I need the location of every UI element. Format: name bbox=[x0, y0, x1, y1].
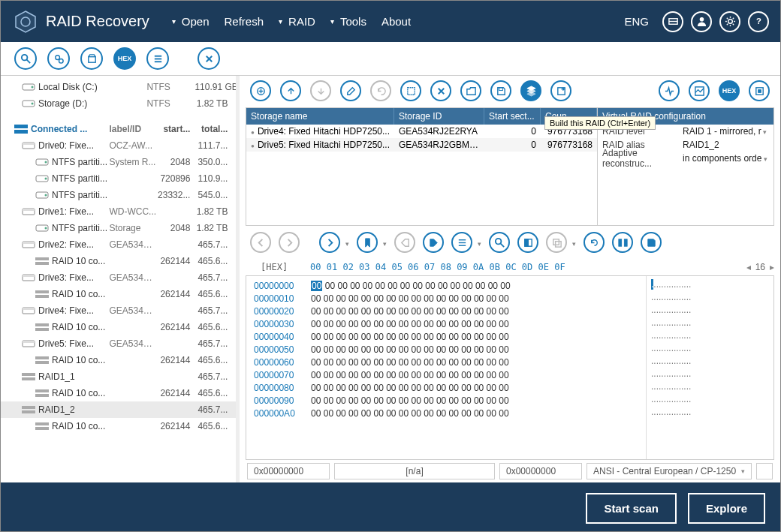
partition-row[interactable]: NTFS partiti...Storage20481.82 TB bbox=[1, 220, 236, 236]
partition-row[interactable]: NTFS partiti...23332...545.0... bbox=[1, 187, 236, 203]
remove-icon[interactable] bbox=[430, 80, 451, 101]
edit-icon[interactable] bbox=[340, 80, 361, 101]
goto-dropdown-icon[interactable] bbox=[348, 236, 349, 249]
help-icon[interactable]: ? bbox=[748, 11, 769, 32]
svg-point-28 bbox=[32, 103, 34, 105]
start-scan-button[interactable]: Start scan bbox=[586, 493, 677, 524]
svg-point-5 bbox=[728, 20, 732, 24]
copy-icon[interactable] bbox=[546, 232, 567, 253]
page-next-icon[interactable]: ▸ bbox=[770, 262, 774, 272]
partition-row[interactable]: RAID 10 co...262144465.6... bbox=[1, 418, 236, 434]
main-toolbar: HEX bbox=[1, 42, 780, 76]
hex-view-icon[interactable]: HEX bbox=[113, 47, 136, 70]
menu-about[interactable]: About bbox=[381, 15, 411, 28]
close-icon[interactable] bbox=[198, 47, 220, 70]
columns-icon[interactable] bbox=[612, 232, 633, 253]
save-config-icon[interactable] bbox=[490, 80, 511, 101]
add-component-icon[interactable] bbox=[250, 80, 271, 101]
build-raid-icon[interactable] bbox=[520, 80, 541, 101]
refresh-hex-icon[interactable] bbox=[583, 232, 605, 253]
hex-mode-icon[interactable]: HEX bbox=[719, 80, 740, 101]
svg-point-84 bbox=[495, 238, 501, 244]
partition-row[interactable]: NTFS partiti...System R...2048350.0... bbox=[1, 154, 236, 170]
partition-row[interactable]: RAID 10 co...262144465.6... bbox=[1, 286, 236, 302]
placeholder-icon[interactable] bbox=[400, 80, 421, 101]
svg-rect-56 bbox=[23, 341, 35, 343]
goto-icon[interactable] bbox=[319, 232, 340, 253]
disk-row[interactable]: Storage (D:) NTFS 1.82 TB bbox=[1, 95, 236, 112]
move-up-icon[interactable] bbox=[280, 80, 301, 101]
partition-row[interactable]: RAID 10 co...262144465.6... bbox=[1, 352, 236, 368]
svg-rect-80 bbox=[758, 89, 761, 92]
copy-dropdown-icon[interactable] bbox=[574, 236, 576, 249]
drive-row[interactable]: Drive5: Fixe...GEA534R...465.7... bbox=[1, 335, 236, 352]
list-icon[interactable] bbox=[146, 47, 169, 70]
partition-row[interactable]: RAID 10 co...262144465.6... bbox=[1, 253, 236, 269]
svg-rect-60 bbox=[22, 377, 35, 380]
page-prev-icon[interactable]: ◂ bbox=[746, 262, 751, 272]
struct-dropdown-icon[interactable] bbox=[480, 236, 481, 249]
svg-rect-66 bbox=[35, 427, 49, 430]
open-config-icon[interactable] bbox=[460, 80, 481, 101]
drive-row[interactable]: Drive1: Fixe...WD-WCC...1.82 TB bbox=[1, 203, 236, 220]
drive-row[interactable]: Drive0: Fixe...OCZ-AW...111.7... bbox=[1, 137, 236, 154]
bookmark-dropdown-icon[interactable] bbox=[385, 236, 387, 249]
menu-tools[interactable]: Tools bbox=[330, 15, 366, 28]
language-selector[interactable]: ENG bbox=[624, 15, 649, 28]
storage-tree: Local Disk (C:) NTFS 110.91 GB Storage (… bbox=[1, 76, 236, 482]
hex-status: 0x00000000 [n/a] 0x00000000 ANSI - Centr… bbox=[246, 460, 774, 482]
nav-back-icon[interactable] bbox=[250, 232, 271, 253]
drive-row[interactable]: Drive2: Fixe...GEA534R...465.7... bbox=[1, 236, 236, 253]
hex-ascii[interactable]: ........................................… bbox=[646, 276, 773, 459]
menu-refresh[interactable]: Refresh bbox=[225, 15, 264, 28]
open-image-icon[interactable] bbox=[80, 47, 103, 70]
grid-row[interactable]: Drive5: Fixed Hitachi HDP7250...GEA534RJ… bbox=[246, 138, 597, 152]
config-row[interactable]: Adaptive reconstruc...in components orde bbox=[598, 152, 773, 165]
raid-row[interactable]: RAID1_2465.7... bbox=[1, 401, 236, 418]
chart-icon[interactable] bbox=[689, 80, 710, 101]
svg-point-34 bbox=[45, 161, 47, 164]
svg-rect-59 bbox=[22, 373, 35, 376]
svg-rect-90 bbox=[618, 239, 621, 245]
main-menu: Open Refresh RAID Tools About bbox=[172, 15, 411, 28]
disk-row[interactable]: Local Disk (C:) NTFS 110.91 GB bbox=[1, 79, 236, 95]
partition-row[interactable]: RAID 10 co...262144465.6... bbox=[1, 319, 236, 335]
hex-pager[interactable]: ◂ 16 ▸ bbox=[746, 262, 774, 272]
license-icon[interactable] bbox=[662, 11, 683, 32]
show-partitions-icon[interactable] bbox=[47, 47, 70, 70]
partition-row[interactable]: RAID 10 co...262144465.6... bbox=[1, 385, 236, 401]
move-down-icon[interactable] bbox=[310, 80, 331, 101]
hex-bytes[interactable]: 0000000000 00 00 00 00 00 00 00 00 00 00… bbox=[246, 276, 646, 459]
encoding-select[interactable]: ANSI - Central European / CP-1250▾ bbox=[587, 463, 752, 479]
fullscreen-icon[interactable] bbox=[749, 80, 770, 101]
user-icon[interactable] bbox=[691, 11, 712, 32]
struct-list-icon[interactable] bbox=[451, 232, 472, 253]
find-icon[interactable] bbox=[489, 232, 510, 253]
undo-icon[interactable] bbox=[370, 80, 391, 101]
export-icon[interactable] bbox=[550, 80, 571, 101]
tag-fwd-icon[interactable] bbox=[423, 232, 444, 253]
menu-open[interactable]: Open bbox=[172, 15, 210, 28]
settings-icon[interactable] bbox=[719, 11, 740, 32]
nav-fwd-icon[interactable] bbox=[279, 232, 300, 253]
svg-rect-63 bbox=[22, 406, 35, 409]
save-hex-icon[interactable] bbox=[641, 232, 662, 253]
explore-button[interactable]: Explore bbox=[688, 493, 765, 524]
drive-row[interactable]: Drive4: Fixe...GEA534R...465.7... bbox=[1, 302, 236, 319]
activity-icon[interactable] bbox=[659, 80, 680, 101]
svg-line-85 bbox=[500, 243, 504, 247]
tag-back-icon[interactable] bbox=[394, 232, 415, 253]
drive-row[interactable]: Drive3: Fixe...GEA534R...465.7... bbox=[1, 269, 236, 286]
bookmark-icon[interactable] bbox=[357, 232, 378, 253]
svg-rect-45 bbox=[35, 257, 49, 260]
svg-rect-44 bbox=[23, 242, 35, 244]
search-icon[interactable] bbox=[14, 47, 37, 70]
menu-raid[interactable]: RAID bbox=[279, 15, 315, 28]
select-block-icon[interactable] bbox=[517, 232, 538, 253]
svg-rect-88 bbox=[553, 239, 559, 245]
status-extra[interactable] bbox=[756, 463, 773, 479]
body: Local Disk (C:) NTFS 110.91 GB Storage (… bbox=[1, 76, 780, 482]
partition-row[interactable]: NTFS partiti...720896110.9... bbox=[1, 170, 236, 187]
raid-row[interactable]: RAID1_1465.7... bbox=[1, 368, 236, 385]
svg-rect-48 bbox=[23, 275, 35, 277]
